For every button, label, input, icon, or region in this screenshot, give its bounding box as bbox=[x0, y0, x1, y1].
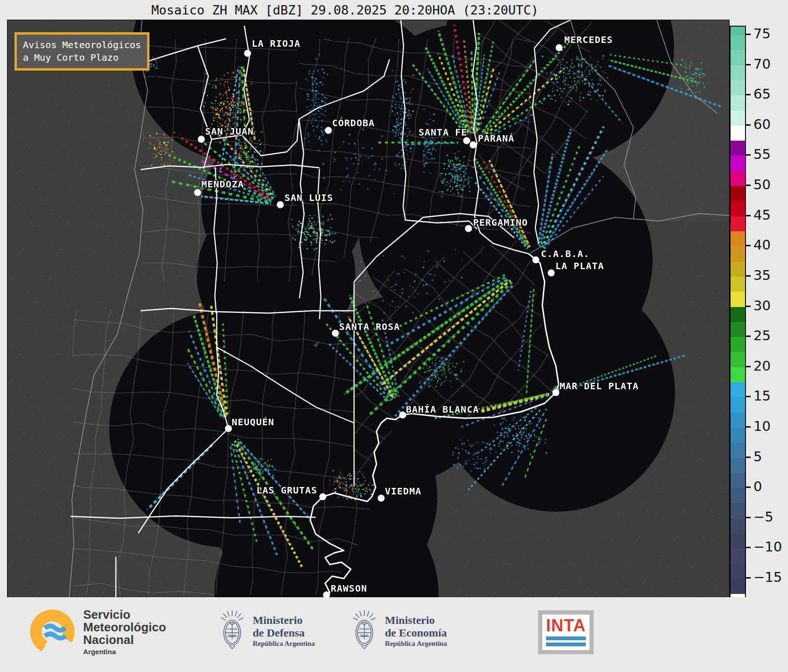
colorbar-band bbox=[731, 473, 745, 488]
colorbar-band bbox=[731, 428, 745, 443]
city-label-mercedes: MERCEDES bbox=[564, 34, 613, 45]
inta-bar-icon bbox=[546, 636, 586, 640]
ministerio-economia-text: Ministerio de Economía República Argenti… bbox=[385, 614, 447, 647]
colorbar-tick bbox=[746, 306, 751, 307]
city-label-santa-fe: SANTA FE bbox=[419, 127, 467, 138]
economia-line2: de Economía bbox=[385, 627, 447, 639]
colorbar-tick bbox=[746, 486, 751, 488]
city-label-la-rioja: LA RIOJA bbox=[252, 38, 300, 49]
colorbar-band bbox=[731, 50, 745, 65]
smn-line2: Meteorológico bbox=[83, 621, 166, 634]
warning-banner-line2: a Muy Corto Plazo bbox=[23, 51, 141, 64]
inta-logo-frame: INTA bbox=[538, 610, 594, 654]
colorbar-band bbox=[731, 443, 745, 458]
colorbar-band bbox=[731, 277, 745, 292]
city-label-c-rdoba: CÓRDOBA bbox=[332, 117, 375, 129]
colorbar-tick-label: 45 bbox=[753, 207, 771, 222]
colorbar-tick bbox=[746, 245, 751, 246]
colorbar-band bbox=[731, 352, 745, 367]
colorbar-tick bbox=[746, 154, 751, 156]
smn-line4: Argentina bbox=[83, 648, 166, 656]
colorbar-tick bbox=[746, 215, 751, 216]
coat-of-arms-icon bbox=[217, 609, 247, 652]
colorbar-tick-label: 30 bbox=[753, 297, 771, 313]
economia-line3: República Argentina bbox=[385, 640, 447, 648]
colorbar-tick-label: 60 bbox=[753, 116, 771, 132]
colorbar-tick-label: 40 bbox=[753, 237, 771, 253]
ministerio-economia-logo: Ministerio de Economía República Argenti… bbox=[349, 609, 447, 652]
smn-logo-text: Servicio Meteorológico Nacional Argentin… bbox=[83, 608, 166, 656]
colorbar-tick bbox=[746, 185, 751, 186]
city-label-mar-del-plata: MAR DEL PLATA bbox=[560, 380, 639, 392]
colorbar-tick-label: 55 bbox=[753, 146, 771, 162]
city-label-santa-rosa: SANTA ROSA bbox=[339, 321, 400, 332]
colorbar-tick bbox=[746, 275, 751, 277]
city-label-pergamino: PERGAMINO bbox=[473, 217, 528, 228]
colorbar-tick bbox=[746, 396, 751, 397]
colorbar-band bbox=[731, 503, 745, 519]
colorbar-tick-label: 75 bbox=[753, 26, 771, 42]
colorbar-band bbox=[731, 156, 745, 171]
colorbar-band bbox=[731, 216, 745, 232]
colorbar-band bbox=[731, 65, 745, 81]
smn-logo-icon bbox=[29, 608, 78, 656]
city-label-las-grutas: LAS GRUTAS bbox=[256, 485, 317, 496]
radar-map: LA RIOJAMERCEDESSAN JUANCÓRDOBASANTA FEP… bbox=[7, 20, 730, 598]
colorbar-band bbox=[731, 246, 745, 262]
colorbar-band bbox=[731, 126, 745, 141]
city-label-c-a-b-a-: C.A.B.A. bbox=[541, 248, 589, 259]
warning-banner[interactable]: Avisos Meteorológicos a Muy Corto Plazo bbox=[14, 32, 149, 71]
colorbar-band bbox=[731, 533, 745, 549]
colorbar-tick-label: 70 bbox=[753, 56, 771, 71]
colorbar-tick-label: 50 bbox=[753, 177, 771, 193]
colorbar-band bbox=[731, 564, 745, 579]
colorbar-band bbox=[731, 26, 745, 36]
colorbar-band bbox=[731, 367, 745, 383]
city-label-la-plata: LA PLATA bbox=[555, 260, 604, 272]
colorbar-band bbox=[731, 548, 745, 564]
colorbar-band bbox=[731, 579, 745, 594]
city-label-san-luis: SAN LUIS bbox=[284, 192, 333, 203]
economia-line1: Ministerio bbox=[385, 614, 447, 626]
colorbar-band bbox=[731, 292, 745, 307]
colorbar-tick-label: 35 bbox=[753, 267, 771, 283]
colorbar-tick-label: 25 bbox=[753, 328, 771, 343]
colorbar-band bbox=[731, 141, 745, 156]
colorbar-band bbox=[731, 413, 745, 428]
colorbar-band bbox=[731, 337, 745, 352]
colorbar-band bbox=[731, 488, 745, 503]
radar-map-canvas bbox=[7, 20, 729, 597]
colorbar-tick-label: 10 bbox=[753, 418, 771, 434]
radar-product-page: Mosaico ZH MAX [dBZ] 29.08.2025 20:20HOA… bbox=[0, 0, 788, 672]
colorbar-band bbox=[731, 171, 745, 186]
inta-bar-icon bbox=[546, 643, 586, 646]
colorbar-tick-label: 0 bbox=[753, 479, 762, 494]
colorbar-tick-label: −15 bbox=[753, 569, 782, 585]
colorbar-band bbox=[731, 35, 745, 50]
page-title: Mosaico ZH MAX [dBZ] 29.08.2025 20:20HOA… bbox=[7, 3, 683, 17]
colorbar-tick-label: −10 bbox=[753, 539, 782, 555]
defensa-line1: Ministerio bbox=[253, 614, 315, 626]
colorbar-band bbox=[731, 80, 745, 96]
coat-of-arms-icon bbox=[349, 609, 379, 652]
colorbar-band bbox=[731, 111, 745, 126]
colorbar-tick-label: 20 bbox=[753, 357, 771, 373]
colorbar-tick-label: −5 bbox=[753, 508, 774, 524]
colorbar-tick bbox=[746, 94, 751, 95]
city-label-rawson: RAWSON bbox=[331, 583, 367, 594]
colorbar-band bbox=[731, 458, 745, 473]
colorbar-band bbox=[731, 262, 745, 277]
ministerio-defensa-text: Ministerio de Defensa República Argentin… bbox=[253, 614, 315, 647]
colorbar-tick bbox=[746, 577, 751, 579]
city-label-paran-: PARANÁ bbox=[478, 133, 514, 144]
warning-banner-line1: Avisos Meteorológicos bbox=[23, 39, 141, 51]
inta-logo-text: INTA bbox=[546, 617, 586, 634]
colorbar-band bbox=[731, 201, 745, 216]
colorbar-tick bbox=[746, 34, 751, 35]
city-label-viedma: VIEDMA bbox=[385, 486, 421, 497]
defensa-line3: República Argentina bbox=[253, 640, 315, 648]
smn-line3: Nacional bbox=[83, 634, 166, 646]
colorbar-band bbox=[731, 382, 745, 398]
colorbar-tick bbox=[746, 457, 751, 458]
colorbar-band bbox=[731, 397, 745, 413]
